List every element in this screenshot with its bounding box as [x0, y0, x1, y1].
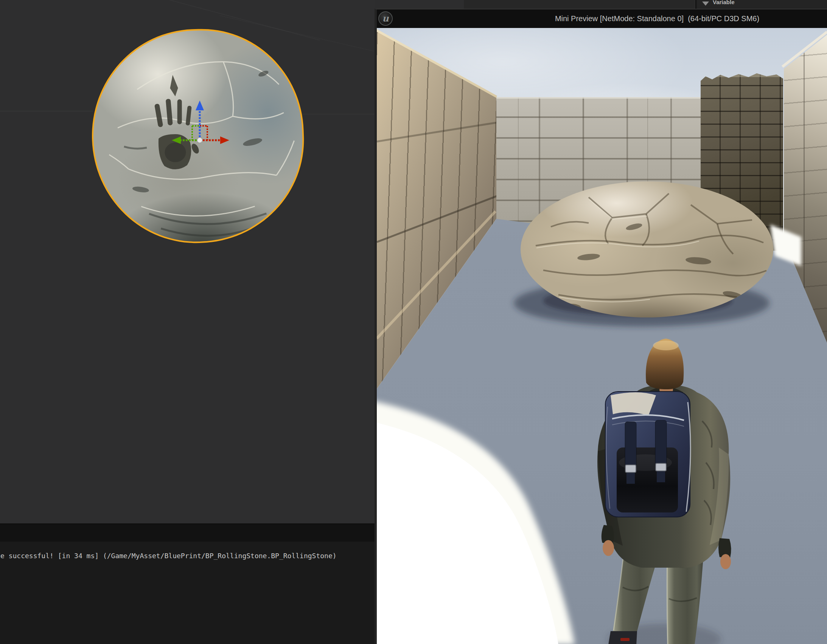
compile-log-message: e successful! [in 34 ms] (/Game/MyAsset/… — [0, 552, 337, 560]
compiler-results-panel[interactable]: e successful! [in 34 ms] (/Game/MyAsset/… — [0, 523, 374, 644]
chevron-down-icon[interactable] — [702, 2, 709, 6]
character-hand — [720, 554, 731, 569]
character-boot — [609, 631, 637, 644]
details-variable-category[interactable]: ▼ Variable — [697, 0, 827, 9]
viewport-grid-line — [301, 114, 374, 115]
gizmo-y-axis-arrow[interactable] — [172, 137, 200, 144]
toolbar-strip — [464, 0, 694, 9]
ue-logo-icon: u — [378, 11, 393, 26]
player-character — [589, 334, 740, 644]
transform-gizmo[interactable] — [167, 98, 234, 148]
gizmo-z-axis-arrow[interactable] — [196, 101, 204, 140]
viewport-grid-line — [0, 111, 93, 112]
gizmo-center-handle[interactable] — [197, 138, 203, 143]
log-panel-header — [0, 523, 374, 541]
blueprint-viewport[interactable] — [0, 0, 374, 523]
mini-preview-titlebar[interactable]: u Mini Preview [NetMode: Standalone 0] (… — [377, 9, 827, 28]
character-backpack — [605, 392, 690, 517]
game-preview-viewport[interactable] — [377, 28, 827, 644]
unreal-editor-root: e successful! [in 34 ms] (/Game/MyAsset/… — [0, 0, 827, 644]
variable-category-label: Variable — [713, 0, 735, 5]
character-hand — [603, 540, 614, 556]
mini-preview-window[interactable]: u Mini Preview [NetMode: Standalone 0] (… — [374, 9, 827, 644]
rolling-stone-boulder — [521, 181, 773, 317]
mini-preview-title: Mini Preview [NetMode: Standalone 0] (64… — [555, 14, 759, 23]
gizmo-x-axis-arrow[interactable] — [200, 137, 229, 144]
